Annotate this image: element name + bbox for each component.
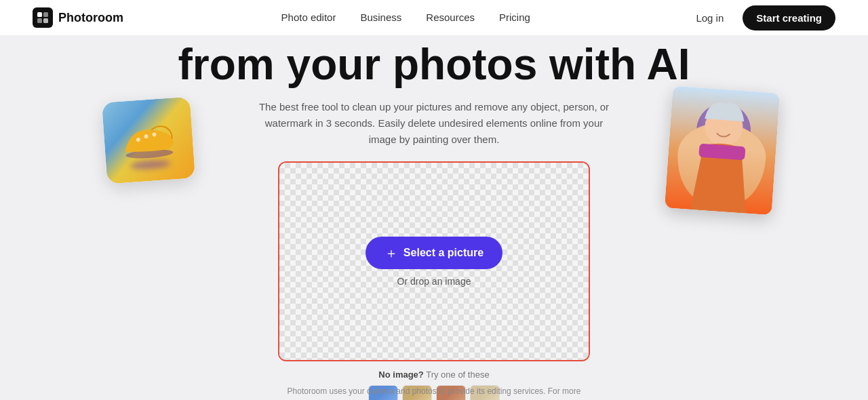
floating-shoe-image [102,97,195,184]
logo-icon [33,7,53,28]
nav-item-photo-editor[interactable]: Photo editor [281,12,336,24]
nav-actions: Log in Start creating [688,5,835,31]
select-picture-button[interactable]: ＋ Select a picture [366,237,502,269]
logo[interactable]: Photoroom [33,7,123,28]
nav-item-pricing[interactable]: Pricing [499,12,530,24]
navbar: Photoroom Photo editor Business Resource… [0,0,868,35]
hero-subtitle: The best free tool to clean up your pict… [258,99,610,148]
svg-rect-3 [43,18,48,23]
plus-icon: ＋ [384,246,398,260]
hero-title: from your photos with AI [178,41,690,88]
floating-person-image [665,86,780,216]
svg-rect-0 [37,12,42,17]
login-button[interactable]: Log in [688,7,732,29]
nav-item-resources[interactable]: Resources [426,12,475,24]
upload-wrapper: ＋ Select a picture Or drop an image [278,161,590,361]
drop-text: Or drop an image [397,276,471,287]
svg-rect-1 [43,12,48,17]
footer-text: Photoroom uses your camera and photos to… [0,384,868,400]
start-creating-button[interactable]: Start creating [743,5,835,31]
nav-links: Photo editor Business Resources Pricing [281,12,530,24]
logo-text: Photoroom [58,11,123,25]
svg-rect-2 [37,18,42,23]
upload-area[interactable]: ＋ Select a picture Or drop an image [278,161,590,361]
hero-section: from your photos with AI The best free t… [0,35,868,400]
nav-item-business[interactable]: Business [360,12,401,24]
samples-label: No image? Try one of these [378,369,489,380]
